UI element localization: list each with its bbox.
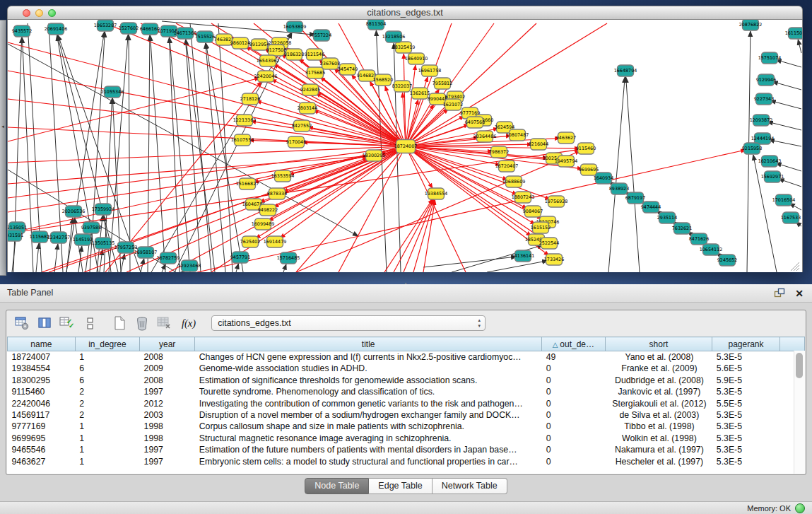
graph-node-12093872[interactable]: 12093872 [750,115,773,126]
column-header-title[interactable]: title [195,337,542,351]
graph-node-15716485[interactable]: 15716485 [277,252,300,264]
graph-node-8186328[interactable]: 8186328 [284,49,304,60]
create-table-button[interactable] [111,315,128,332]
graph-node-20206536[interactable]: 20206536 [62,206,86,217]
table-row[interactable]: 946554611997Estimation of the future num… [8,444,805,455]
graph-node-22420046[interactable]: 22420046 [254,71,278,82]
graph-node-16053809[interactable]: 16053809 [283,21,307,33]
graph-node-9115460[interactable]: 9115460 [576,143,596,154]
graph-node-3175685[interactable]: 3175685 [305,67,325,78]
graph-node-16099489[interactable]: 16099489 [252,218,275,230]
table-scrollbar[interactable] [794,351,805,474]
column-header-name[interactable]: name [8,337,76,351]
graph-node-8471626[interactable]: 8471626 [689,233,709,245]
control-panel-collapsed-strip[interactable]: ◂ [0,20,6,276]
graph-node-1145192[interactable]: 1145192 [73,234,93,245]
minimize-traffic-light[interactable] [35,9,43,17]
column-header-out_de[interactable]: △out_de… [542,337,605,351]
delete-table-button[interactable] [156,315,173,332]
graph-node-20876822[interactable]: 20876822 [739,20,763,30]
graph-node-7557224[interactable]: 7557224 [312,30,331,41]
graph-node-8216044[interactable]: 8216044 [529,139,548,150]
graph-node-1621072[interactable]: 1621072 [443,99,463,110]
table-row[interactable]: 2242004622012Investigating the contribut… [8,398,805,409]
table-row[interactable]: 977716911998Corpus callosum shape and si… [8,421,805,432]
tab-network-table[interactable]: Network Table [433,478,507,494]
graph-node-7986372[interactable]: 7986372 [489,146,509,158]
graph-node-1640934[interactable]: 1640934 [594,173,613,184]
graph-node-18724007[interactable]: 18724007 [394,140,418,153]
graph-node-17016504[interactable]: 17016504 [772,194,796,206]
memory-status-indicator[interactable] [795,503,805,513]
graph-node-14136141[interactable]: 14136141 [512,250,535,262]
graph-node-15692971[interactable]: 15692971 [761,171,784,182]
graph-node-10807487[interactable]: 10807487 [506,129,529,141]
graph-node-15751074[interactable]: 15751074 [758,52,782,64]
table-settings-button[interactable] [13,315,30,332]
float-window-icon[interactable] [774,288,785,298]
table-row[interactable]: 1872400712008Changes of HCN gene express… [8,351,805,363]
graph-node-7955812[interactable]: 7955812 [433,78,452,89]
graph-node-13505135[interactable]: 13505135 [92,238,115,249]
graph-node-1167533[interactable]: 1167533 [781,212,801,223]
scrollbar-thumb[interactable] [796,353,803,378]
graph-node-1733426[interactable]: 1733426 [544,254,564,265]
graph-node-16961758[interactable]: 16961758 [418,65,442,76]
graph-node-18300295[interactable]: 18300295 [363,150,386,161]
graph-node-12342757[interactable]: 12342757 [47,232,71,243]
graph-node-9129946[interactable]: 9129946 [756,74,776,86]
graph-node-20691406[interactable]: 20691406 [45,23,68,35]
column-header-short[interactable]: short [605,337,712,351]
edit-columns-button[interactable]: ✓✓ [59,315,76,332]
graph-node-7625402[interactable]: 7625402 [240,236,260,247]
function-builder-button[interactable]: f(x) [182,317,196,329]
graph-node-1568520[interactable]: 1568520 [373,74,393,86]
graph-node-18640910[interactable]: 18640910 [405,53,428,64]
table-row[interactable]: 969969511998Structural magnetic resonanc… [8,433,805,444]
graph-node-8938923[interactable]: 8938923 [609,183,629,194]
graph-node-16720407[interactable]: 16720407 [495,160,519,172]
close-traffic-light[interactable] [23,9,30,17]
graph-node-15166827[interactable]: 15166827 [236,178,259,189]
graph-node-10688609[interactable]: 10688609 [502,176,526,187]
graph-node-1527602[interactable]: 1527602 [119,23,139,34]
graph-node-9474444[interactable]: 9474444 [641,201,661,213]
graph-node-8878334[interactable]: 8878334 [267,188,287,199]
tab-edge-table[interactable]: Edge Table [369,478,432,494]
graph-node-9463627[interactable]: 9463627 [556,132,576,144]
graph-node-9121546[interactable]: 9121546 [305,49,324,60]
graph-node-16115074[interactable]: 16115074 [785,28,803,39]
graph-node-9498222[interactable]: 9498222 [258,204,278,216]
graph-node-9245652[interactable]: 9245652 [717,255,737,266]
graph-node-9227343[interactable]: 9227343 [754,93,774,105]
graph-node-19495794[interactable]: 19495794 [555,156,578,167]
graph-node-16648794[interactable]: 16648794 [614,65,637,76]
graph-node-8427552[interactable]: 8427552 [292,120,312,132]
graph-node-10653287[interactable]: 10653287 [94,20,117,31]
network-canvas[interactable]: 1872400719384554183002957463822986012489… [7,20,803,272]
graph-node-16958107[interactable]: 16958107 [134,247,158,258]
graph-node-10654112[interactable]: 10654112 [700,244,723,255]
graph-node-9435572[interactable]: 9435572 [12,25,32,37]
show-columns-button[interactable] [36,315,53,332]
column-header-in_degree[interactable]: in_degree [75,337,139,351]
graph-node-1615152[interactable]: 1615152 [531,222,551,233]
graph-node-21055346[interactable]: 21055346 [101,86,124,98]
graph-node-16107554[interactable]: 16107554 [231,134,254,146]
graph-node-18325419[interactable]: 18325419 [392,42,416,53]
graph-node-16210643[interactable]: 16210643 [758,156,782,167]
graph-node-9860124[interactable]: 9860124 [230,37,250,49]
graph-node-16914479[interactable]: 16914479 [264,236,287,247]
graph-node-9242845[interactable]: 9242845 [300,84,320,95]
graph-node-9457791[interactable]: 9457791 [230,252,250,263]
graph-node-6497568[interactable]: 6497568 [465,117,485,128]
table-panel-titlebar[interactable]: Table Panel ✕ [0,284,812,303]
table-row[interactable]: 1830029562008Estimation of significance … [8,375,805,386]
graph-node-16782759[interactable]: 16782759 [157,252,180,264]
graph-node-3931591[interactable]: 3931591 [7,230,23,241]
graph-node-16353594[interactable]: 16353594 [271,170,295,182]
graph-node-6879197[interactable]: 6879197 [625,192,645,204]
table-row[interactable]: 1456911722003Disruption of a novel membe… [8,409,805,421]
graph-node-7632621[interactable]: 7632621 [672,223,692,234]
graph-node-2803144[interactable]: 2803144 [298,103,317,114]
